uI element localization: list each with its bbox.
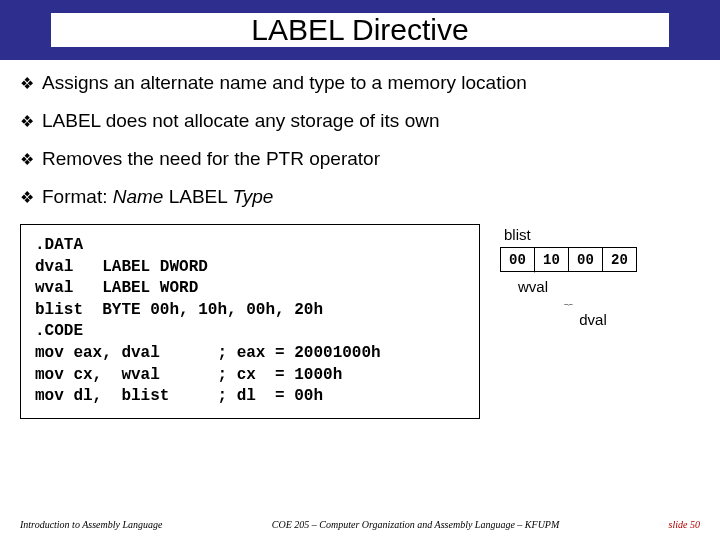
memory-table: 00 10 00 20 [500, 247, 637, 272]
bullet-item: ❖ Assigns an alternate name and type to … [20, 72, 700, 96]
footer-right: slide 50 [669, 519, 700, 530]
slide-title: LABEL Directive [51, 13, 668, 47]
format-name: Name [113, 186, 164, 207]
format-type: Type [232, 186, 273, 207]
wval-label: wval [518, 278, 700, 295]
bullet-item: ❖ Removes the need for the PTR operator [20, 148, 700, 172]
diamond-icon: ❖ [20, 186, 34, 210]
bullet-list: ❖ Assigns an alternate name and type to … [0, 60, 720, 210]
diamond-icon: ❖ [20, 110, 34, 134]
bullet-item-format: ❖ Format: Name LABEL Type [20, 186, 700, 210]
footer-left: Introduction to Assembly Language [20, 519, 163, 530]
title-bar: LABEL Directive [0, 0, 720, 60]
brace-icon: ︸ [500, 270, 568, 276]
footer: Introduction to Assembly Language COE 20… [0, 519, 720, 530]
mem-cell: 00 [569, 248, 603, 272]
blist-label: blist [504, 226, 700, 243]
format-line: Format: Name LABEL Type [42, 186, 273, 208]
diamond-icon: ❖ [20, 72, 34, 96]
brace-icon: ︸ [500, 303, 636, 309]
format-mid: LABEL [163, 186, 232, 207]
bullet-text: Removes the need for the PTR operator [42, 148, 380, 170]
mem-cell: 10 [535, 248, 569, 272]
code-block: .DATA dval LABEL DWORD wval LABEL WORD b… [20, 224, 480, 419]
bullet-text: LABEL does not allocate any storage of i… [42, 110, 440, 132]
diamond-icon: ❖ [20, 148, 34, 172]
bullet-text: Assigns an alternate name and type to a … [42, 72, 527, 94]
memory-diagram: blist 00 10 00 20 ︸ wval ︸ dval [500, 224, 700, 419]
dval-label: dval [500, 311, 636, 328]
footer-center: COE 205 – Computer Organization and Asse… [163, 519, 669, 530]
content-row: .DATA dval LABEL DWORD wval LABEL WORD b… [0, 224, 720, 419]
format-prefix: Format: [42, 186, 113, 207]
table-row: 00 10 00 20 [501, 248, 637, 272]
wval-brace-row: ︸ [500, 270, 700, 276]
bullet-item: ❖ LABEL does not allocate any storage of… [20, 110, 700, 134]
mem-cell: 20 [603, 248, 637, 272]
